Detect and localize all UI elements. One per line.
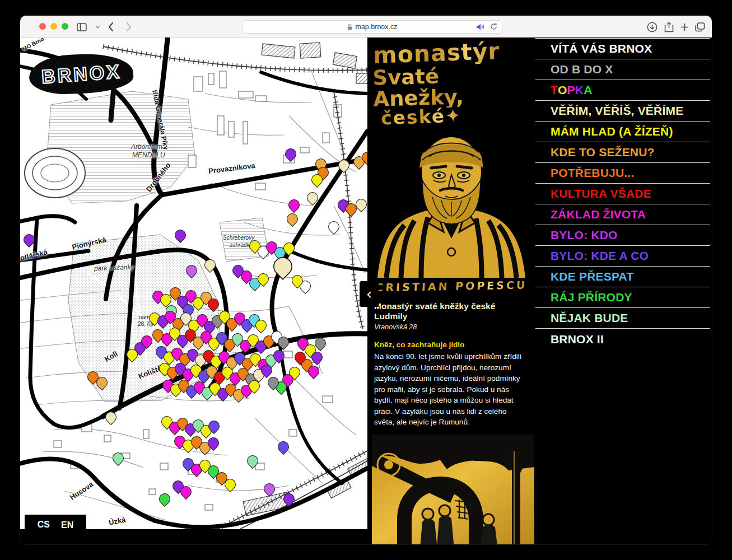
detail-panel: monastýr Svaté Anežky, české✦ <box>367 38 535 544</box>
chapter-menu: VÍTÁ VÁS BRNOXOD B DO XTOPKAVĚŘÍM, VĚŘÍŠ… <box>535 38 710 349</box>
place-address: Vranovská 28 <box>367 323 535 331</box>
menu-item-9[interactable]: BYLO: KDO <box>535 225 710 246</box>
forward-icon[interactable] <box>123 21 134 32</box>
map-label: park Lužánky <box>94 263 134 272</box>
share-icon[interactable] <box>663 21 674 32</box>
artist-signature: CRISTIAN POPESCU <box>367 278 535 293</box>
reload-icon[interactable] <box>490 23 497 32</box>
language-cs-button[interactable]: CS <box>38 520 50 530</box>
map-label: MENDELU <box>132 151 165 159</box>
tab-overview-icon[interactable] <box>694 21 706 32</box>
menu-item-3[interactable]: VĚŘÍM, VĚŘÍŠ, VĚŘÍME <box>535 101 710 122</box>
menu-item-4[interactable]: MÁM HLAD (A ŽÍZEŇ) <box>535 122 710 142</box>
url-text: map.brnox.cz <box>355 23 397 31</box>
menu-item-8[interactable]: ZÁKLAD ŽIVOTA <box>535 204 710 225</box>
map-artwork <box>20 38 367 529</box>
menu-item-letter: P <box>567 83 575 97</box>
menu-item-letter: O <box>558 83 567 97</box>
map-label: Arboretum <box>131 143 162 151</box>
menu-item-6[interactable]: POTŘEBUJU... <box>535 163 710 184</box>
collapse-panel-button[interactable]: ‹ <box>360 281 379 307</box>
chevron-down-icon[interactable] <box>92 21 103 32</box>
map-canvas[interactable]: MO Brnotřída Generála PíkyArboretumMENDE… <box>20 38 367 529</box>
language-switcher: CS EN <box>25 515 86 529</box>
menu-item-1[interactable]: OD B DO X <box>535 59 710 80</box>
sidebar-icon[interactable] <box>76 21 87 32</box>
menu-item-12[interactable]: RÁJ PŘÍRODY <box>535 287 710 308</box>
menu-item-5[interactable]: KDE TO SEŽENU? <box>535 142 710 163</box>
brnox-logo-text: BRNOX <box>40 60 122 88</box>
title-line-1: monastýr <box>372 40 500 68</box>
portrait-illustration <box>367 128 535 278</box>
menu-item-7[interactable]: KULTURA VŠADE <box>535 184 710 204</box>
minimize-window-button[interactable] <box>50 23 57 30</box>
back-icon[interactable] <box>105 21 116 32</box>
menu-item-letter: K <box>575 83 584 97</box>
browser-toolbar: map.brnox.cz <box>20 16 712 38</box>
browser-window: map.brnox.cz <box>20 16 712 544</box>
menu-item-14[interactable]: BRNOX II <box>535 329 710 349</box>
menu-item-letter: T <box>551 83 558 97</box>
menu-item-11[interactable]: KDE PŘESPAT <box>535 267 710 287</box>
menu-item-letter: A <box>584 83 592 97</box>
audio-icon[interactable] <box>477 24 484 32</box>
language-en-button[interactable]: EN <box>61 520 73 529</box>
title-line-3: české✦ <box>380 106 462 128</box>
story-title: Kněz, co zachraňuje jídlo <box>367 340 535 349</box>
close-window-button[interactable] <box>39 23 46 30</box>
story-text: Na konci 90. let jsme kvůli uprchlíkům z… <box>367 351 535 428</box>
downloads-icon[interactable] <box>646 21 658 32</box>
menu-item-13[interactable]: NĚJAK BUDE <box>535 308 710 329</box>
place-title-artwork: monastýr Svaté Anežky, české✦ <box>367 38 535 127</box>
address-bar[interactable]: map.brnox.cz <box>243 20 502 34</box>
place-name: Monastýr svaté kněžky české Ludmily <box>367 301 535 321</box>
title-line-2: Svaté Anežky, <box>372 63 533 110</box>
menu-item-2[interactable]: TOPKA <box>535 80 710 101</box>
menu-item-0[interactable]: VÍTÁ VÁS BRNOX <box>535 39 710 59</box>
zoom-window-button[interactable] <box>62 23 68 30</box>
lock-icon <box>347 24 352 30</box>
fresco-illustration <box>372 435 534 544</box>
map-label: Schreberovy <box>223 235 254 241</box>
page-content: MO Brnotřída Generála PíkyArboretumMENDE… <box>20 38 712 544</box>
menu-item-10[interactable]: BYLO: KDE A CO <box>535 246 710 267</box>
new-tab-icon[interactable] <box>679 21 690 32</box>
